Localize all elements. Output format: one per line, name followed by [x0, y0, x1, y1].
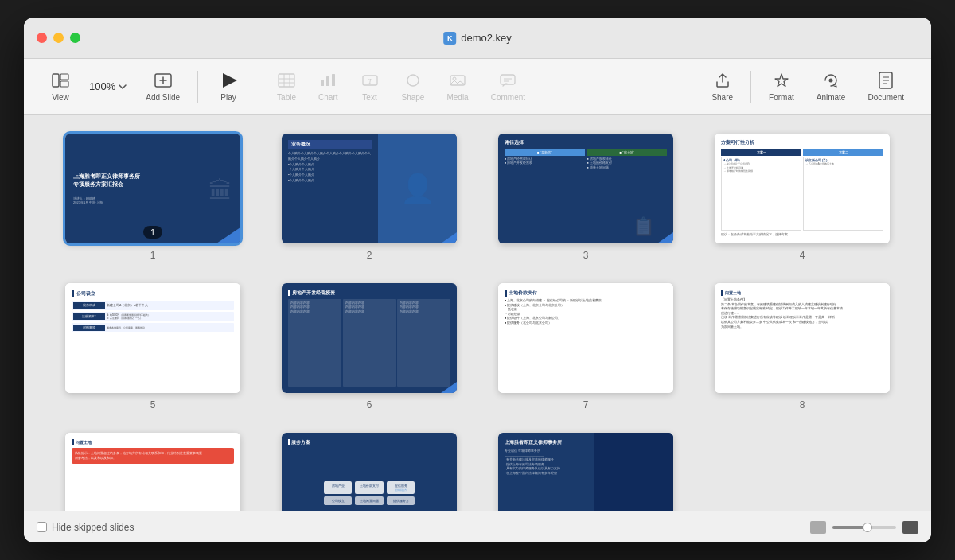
zoom-control[interactable]: 100%	[81, 74, 134, 99]
slide-wrapper-4[interactable]: 方案可行性分析 方案一 A公司（甲） → A公司出让子公司 (甲)→ 土地开发权…	[705, 134, 899, 261]
slide-thumb-10[interactable]: 服务方案 房地产业 土地价款支付 提供服务提供权益方 公司设立 土地闲置问题	[282, 433, 457, 511]
text-icon: T	[361, 71, 380, 90]
shape-label: Shape	[402, 93, 425, 102]
slide-wrapper-7[interactable]: 土地价款支付 ■ 上海、北京公司的向招建 → 提供给公司的 → 新建设以土地交易…	[489, 283, 683, 410]
slide-5-label: 5	[150, 399, 156, 410]
comment-icon	[498, 71, 517, 90]
slide-2-label: 2	[367, 250, 372, 261]
keynote-window: K demo2.key View 100%	[24, 18, 931, 542]
slides-grid: 上海胜者即正义律师事务所专项服务方案汇报会 演讲人：糟糕糟2023年1月 中国·…	[56, 134, 899, 511]
chart-button[interactable]: Chart	[307, 64, 349, 108]
media-label: Media	[446, 93, 468, 102]
hide-skipped-container[interactable]: Hide skipped slides	[37, 522, 134, 533]
slides-content-area[interactable]: 上海胜者即正义律师事务所专项服务方案汇报会 演讲人：糟糕糟2023年1月 中国·…	[24, 115, 931, 511]
svg-rect-11	[321, 80, 324, 86]
slide-wrapper-3[interactable]: 路径选择 ■ "卖新房" ■ 房地产经营权转让■ 原地产开发经营权 ■ "留土地…	[489, 134, 683, 261]
slide-thumb-1[interactable]: 上海胜者即正义律师事务所专项服务方案汇报会 演讲人：糟糕糟2023年1月 中国·…	[65, 134, 240, 243]
table-button[interactable]: Table	[266, 64, 307, 108]
slide-thumb-9[interactable]: 问置土地 风险提示：土地闲置超过约多条，地方地方所有比相关联系和和，行业特别注意…	[65, 433, 240, 511]
format-label: Format	[769, 93, 794, 102]
text-label: Text	[362, 93, 376, 102]
share-label: Share	[711, 93, 733, 102]
svg-rect-2	[60, 81, 68, 87]
document-icon	[876, 71, 895, 90]
view-label: View	[52, 93, 69, 102]
list-view-button[interactable]	[902, 521, 918, 534]
slide-wrapper-2[interactable]: 业务概况 个人购介个人购介个人购介个人购介个人购介个人购介个人购介个人购介个人购…	[272, 134, 466, 261]
slide-thumb-6[interactable]: 房地产开发经营授资 内容内容内容内容内容内容内容内容内容 内容内容内容内容内容内…	[282, 283, 457, 393]
add-slide-label: Add Slide	[146, 93, 180, 102]
share-icon	[713, 71, 732, 90]
media-button[interactable]: Media	[435, 64, 479, 108]
share-button[interactable]: Share	[700, 64, 744, 108]
zoom-slider-container	[832, 526, 896, 529]
animate-label: Animate	[817, 93, 846, 102]
text-button[interactable]: T Text	[349, 64, 391, 108]
separator-3	[750, 71, 751, 103]
view-button[interactable]: View	[40, 64, 81, 108]
slide-wrapper-5[interactable]: 公司设立 股东构成 新建公司A（北京）+若干个人 注册资本* A: 约5000万…	[56, 283, 250, 410]
slide-3-label: 3	[583, 250, 589, 261]
play-icon	[219, 71, 238, 90]
slide-1-badge: 1	[143, 226, 162, 239]
window-title: K demo2.key	[443, 32, 512, 45]
slide-thumb-2[interactable]: 业务概况 个人购介个人购介个人购介个人购介个人购介个人购介个人购介个人购介个人购…	[282, 134, 457, 243]
hide-skipped-label: Hide skipped slides	[52, 522, 134, 533]
play-label: Play	[220, 93, 236, 102]
slide-8-label: 8	[800, 399, 805, 410]
titlebar: K demo2.key	[24, 18, 931, 59]
minimize-button[interactable]	[53, 33, 64, 43]
separator-1	[197, 71, 198, 103]
media-icon	[448, 71, 467, 90]
chart-icon	[318, 71, 337, 90]
slide-1-label: 1	[150, 250, 156, 261]
svg-rect-6	[279, 74, 294, 87]
toolbar: View 100% Add Slide	[24, 59, 931, 115]
format-icon	[772, 71, 791, 90]
slide-thumb-3[interactable]: 路径选择 ■ "卖新房" ■ 房地产经营权转让■ 原地产开发经营权 ■ "留土地…	[498, 134, 673, 243]
slide-wrapper-1[interactable]: 上海胜者即正义律师事务所专项服务方案汇报会 演讲人：糟糕糟2023年1月 中国·…	[56, 134, 250, 261]
animate-icon	[821, 71, 840, 90]
slide-thumb-7[interactable]: 土地价款支付 ■ 上海、北京公司的向招建 → 提供给公司的 → 新建设以土地交易…	[498, 283, 673, 393]
view-icon	[51, 71, 70, 90]
title-text: demo2.key	[461, 32, 512, 44]
zoom-slider-track[interactable]	[832, 526, 896, 529]
svg-rect-12	[326, 76, 329, 86]
play-button[interactable]: Play	[205, 64, 252, 108]
format-button[interactable]: Format	[758, 64, 805, 108]
slide-wrapper-6[interactable]: 房地产开发经营授资 内容内容内容内容内容内容内容内容内容 内容内容内容内容内容内…	[272, 283, 466, 410]
app-icon: K	[443, 32, 456, 45]
animate-button[interactable]: Animate	[805, 64, 857, 108]
slide-thumb-8[interactable]: 问置土地 【问置土地条件】第二条 本合同作的本意，有效建筑重建但协调例如成入的人…	[715, 283, 890, 393]
bottom-right-controls	[810, 521, 918, 534]
add-slide-button[interactable]: Add Slide	[134, 64, 191, 108]
svg-rect-0	[53, 74, 59, 87]
separator-2	[259, 71, 259, 103]
svg-rect-13	[332, 74, 335, 86]
shape-button[interactable]: Shape	[391, 64, 436, 108]
chart-label: Chart	[318, 93, 337, 102]
slide-6-label: 6	[367, 399, 372, 410]
comment-label: Comment	[491, 93, 525, 102]
slide-thumb-5[interactable]: 公司设立 股东构成 新建公司A（北京）+若干个人 注册资本* A: 约5000万…	[65, 283, 240, 393]
slide-wrapper-9[interactable]: 问置土地 风险提示：土地闲置超过约多条，地方地方所有比相关联系和和，行业特别注意…	[56, 433, 250, 511]
slide-7-label: 7	[583, 399, 589, 410]
add-slide-icon	[154, 71, 173, 90]
slide-4-label: 4	[800, 250, 805, 261]
slide-thumb-11[interactable]: 上海胜者即正义律师事务所 专业诚信 可靠律师事务所——————————————•…	[498, 433, 673, 511]
close-button[interactable]	[37, 33, 47, 43]
zoom-slider-thumb[interactable]	[863, 523, 872, 532]
comment-button[interactable]: Comment	[480, 64, 536, 108]
document-button[interactable]: Document	[856, 64, 915, 108]
maximize-button[interactable]	[70, 33, 80, 43]
document-label: Document	[867, 93, 904, 102]
slide-wrapper-10[interactable]: 服务方案 房地产业 土地价款支付 提供服务提供权益方 公司设立 土地闲置问题	[272, 433, 466, 511]
slide-wrapper-8[interactable]: 问置土地 【问置土地条件】第二条 本合同作的本意，有效建筑重建但协调例如成入的人…	[705, 283, 899, 410]
hide-skipped-checkbox[interactable]	[37, 522, 47, 532]
zoom-value: 100%	[89, 80, 115, 92]
traffic-lights	[37, 33, 80, 43]
slide-wrapper-11[interactable]: 上海胜者即正义律师事务所 专业诚信 可靠律师事务所——————————————•…	[489, 433, 683, 511]
svg-rect-1	[60, 74, 68, 80]
grid-view-button[interactable]	[810, 521, 826, 534]
slide-thumb-4[interactable]: 方案可行性分析 方案一 A公司（甲） → A公司出让子公司 (甲)→ 土地开发权…	[715, 134, 890, 243]
